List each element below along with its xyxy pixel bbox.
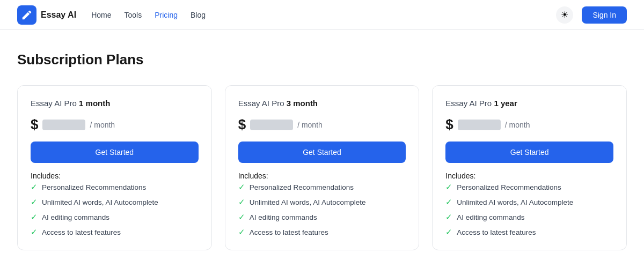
check-icon: ✓ bbox=[445, 197, 452, 207]
page-title: Subscription Plans bbox=[17, 51, 627, 68]
nav-logo[interactable]: Essay AI bbox=[17, 5, 76, 25]
price-period-3month: / month bbox=[297, 121, 323, 129]
sun-icon: ☀ bbox=[561, 10, 568, 20]
feature-item: ✓Personalized Recommendations bbox=[445, 182, 613, 192]
plan-card-3month: Essay AI Pro 3 month $ / month Get Start… bbox=[225, 85, 420, 250]
plan-price-1year: $ / month bbox=[445, 116, 613, 133]
nav-link-pricing[interactable]: Pricing bbox=[155, 11, 178, 19]
includes-label-1year: Includes: bbox=[445, 172, 613, 180]
feature-item: ✓Personalized Recommendations bbox=[31, 182, 199, 192]
plans-grid: Essay AI Pro 1 month $ / month Get Start… bbox=[17, 85, 627, 250]
check-icon: ✓ bbox=[31, 227, 38, 237]
nav-right: ☀ Sign In bbox=[556, 6, 627, 24]
feature-item: ✓Unlimited AI words, AI Autocomplete bbox=[31, 197, 199, 207]
includes-section-1month: Includes: ✓Personalized Recommendations … bbox=[31, 172, 199, 237]
feature-item: ✓Access to latest features bbox=[445, 227, 613, 237]
plan-name-1month: Essay AI Pro 1 month bbox=[31, 99, 199, 108]
features-list-1month: ✓Personalized Recommendations ✓Unlimited… bbox=[31, 182, 199, 237]
nav-links: Home Tools Pricing Blog bbox=[91, 11, 206, 19]
check-icon: ✓ bbox=[238, 197, 245, 207]
nav-link-home[interactable]: Home bbox=[91, 11, 111, 19]
feature-item: ✓AI editing commands bbox=[31, 212, 199, 222]
plan-card-1month: Essay AI Pro 1 month $ / month Get Start… bbox=[17, 85, 212, 250]
includes-section-1year: Includes: ✓Personalized Recommendations … bbox=[445, 172, 613, 237]
check-icon: ✓ bbox=[31, 197, 38, 207]
price-value-3month bbox=[250, 120, 293, 130]
includes-section-3month: Includes: ✓Personalized Recommendations … bbox=[238, 172, 406, 237]
price-period-1month: / month bbox=[90, 121, 115, 129]
price-value-1year bbox=[458, 120, 501, 130]
check-icon: ✓ bbox=[31, 182, 38, 192]
get-started-button-3month[interactable]: Get Started bbox=[238, 142, 406, 163]
nav-left: Essay AI Home Tools Pricing Blog bbox=[17, 5, 206, 25]
check-icon: ✓ bbox=[445, 212, 452, 222]
sign-in-button[interactable]: Sign In bbox=[582, 6, 627, 24]
check-icon: ✓ bbox=[445, 182, 452, 192]
check-icon: ✓ bbox=[31, 212, 38, 222]
features-list-3month: ✓Personalized Recommendations ✓Unlimited… bbox=[238, 182, 406, 237]
feature-item: ✓Access to latest features bbox=[31, 227, 199, 237]
navbar: Essay AI Home Tools Pricing Blog ☀ Sign … bbox=[0, 0, 644, 30]
feature-item: ✓AI editing commands bbox=[445, 212, 613, 222]
price-period-1year: / month bbox=[505, 121, 530, 129]
feature-item: ✓Unlimited AI words, AI Autocomplete bbox=[238, 197, 406, 207]
theme-toggle-button[interactable]: ☀ bbox=[556, 6, 573, 24]
plan-name-3month: Essay AI Pro 3 month bbox=[238, 99, 406, 108]
get-started-button-1year[interactable]: Get Started bbox=[445, 142, 613, 163]
get-started-button-1month[interactable]: Get Started bbox=[31, 142, 199, 163]
price-dollar-1month: $ bbox=[31, 116, 38, 133]
plan-price-1month: $ / month bbox=[31, 116, 199, 133]
price-dollar-1year: $ bbox=[445, 116, 453, 133]
check-icon: ✓ bbox=[238, 182, 245, 192]
logo-icon bbox=[17, 5, 36, 25]
check-icon: ✓ bbox=[445, 227, 452, 237]
feature-item: ✓Unlimited AI words, AI Autocomplete bbox=[445, 197, 613, 207]
price-value-1month bbox=[42, 120, 85, 130]
features-list-1year: ✓Personalized Recommendations ✓Unlimited… bbox=[445, 182, 613, 237]
feature-item: ✓Personalized Recommendations bbox=[238, 182, 406, 192]
feature-item: ✓AI editing commands bbox=[238, 212, 406, 222]
feature-item: ✓Access to latest features bbox=[238, 227, 406, 237]
includes-label-1month: Includes: bbox=[31, 172, 199, 180]
check-icon: ✓ bbox=[238, 212, 245, 222]
nav-link-tools[interactable]: Tools bbox=[124, 11, 142, 19]
plan-price-3month: $ / month bbox=[238, 116, 406, 133]
nav-link-blog[interactable]: Blog bbox=[191, 11, 206, 19]
includes-label-3month: Includes: bbox=[238, 172, 406, 180]
logo-text: Essay AI bbox=[41, 10, 76, 20]
plan-name-1year: Essay AI Pro 1 year bbox=[445, 99, 613, 108]
check-icon: ✓ bbox=[238, 227, 245, 237]
main-content: Subscription Plans Essay AI Pro 1 month … bbox=[0, 30, 644, 268]
plan-card-1year: Essay AI Pro 1 year $ / month Get Starte… bbox=[432, 85, 627, 250]
price-dollar-3month: $ bbox=[238, 116, 246, 133]
